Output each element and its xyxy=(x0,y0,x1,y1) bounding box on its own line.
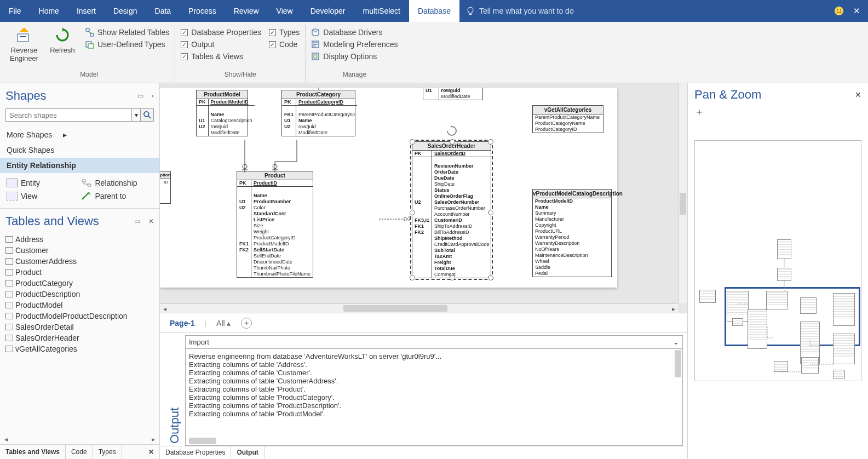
ribbon-group-model: Reverse Engineer Refresh Show Related Ta… xyxy=(3,24,175,83)
lp-tab-code[interactable]: Code xyxy=(66,445,93,459)
menu-tab-developer[interactable]: Developer xyxy=(302,0,354,22)
table-item-vgetallcategories[interactable]: vGetAllCategories xyxy=(0,343,159,354)
output-log[interactable]: Reverse engineering from database 'Adven… xyxy=(185,349,683,446)
tell-me-box[interactable]: Tell me what you want to do xyxy=(459,0,827,22)
user-defined-types-button[interactable]: User-Defined Types xyxy=(85,39,169,49)
table-item-product[interactable]: Product xyxy=(0,267,159,278)
more-shapes-row[interactable]: More Shapes ▸ xyxy=(0,127,159,142)
hscroll-left-icon[interactable]: ◂ xyxy=(160,304,169,313)
table-icon xyxy=(5,291,13,297)
lp-tab-types[interactable]: Types xyxy=(93,445,122,459)
table-icon xyxy=(5,313,13,319)
table-item-customer[interactable]: Customer xyxy=(0,245,159,256)
stencil-parent-to[interactable]: Parent to xyxy=(81,192,153,200)
pages-all[interactable]: All ▴ xyxy=(216,319,231,328)
entity-partial-top[interactable]: U1rowguidModifiedDate xyxy=(423,88,483,100)
menu-tab-file[interactable]: File xyxy=(0,0,30,22)
stencil-entity-relationship[interactable]: Entity Relationship xyxy=(0,158,159,173)
quick-shapes-row[interactable]: Quick Shapes xyxy=(0,142,159,158)
table-item-productcategory[interactable]: ProductCategory xyxy=(0,278,159,289)
canvas-hscroll[interactable]: ◂ ▸ xyxy=(160,303,678,313)
tv-close-icon[interactable]: ✕ xyxy=(148,217,154,225)
entity-salesorderheader[interactable]: SalesOrderHeaderPKSalesOrderID RevisionN… xyxy=(412,141,491,278)
manage-display-options[interactable]: Display Options xyxy=(311,51,398,61)
table-item-productmodel[interactable]: ProductModel xyxy=(0,300,159,311)
table-item-salesorderdetail[interactable]: SalesOrderDetail xyxy=(0,322,159,332)
table-icon xyxy=(5,346,13,352)
toggle-tables-views[interactable]: Tables & Views xyxy=(181,51,261,61)
menu-tab-home[interactable]: Home xyxy=(30,0,68,22)
search-dropdown-icon[interactable]: ▾ xyxy=(132,108,141,122)
entity-vgetallcategories[interactable]: vGetAllCategoriesParentProductCategoryNa… xyxy=(532,105,603,133)
add-page-button[interactable]: ＋ xyxy=(241,318,252,329)
entity-vproductmodelcatalogdescription[interactable]: vProductModelCatalogDescriptionProductMo… xyxy=(532,189,612,277)
lightbulb-icon xyxy=(466,7,475,15)
tv-scroll-right-icon[interactable]: ▸ xyxy=(152,435,155,443)
bottom-tab-output[interactable]: Output xyxy=(231,446,264,459)
lp-tab-tables-and-views[interactable]: Tables and Views xyxy=(0,445,66,459)
search-button[interactable] xyxy=(141,108,154,122)
entity-productmodel[interactable]: ProductModelPKProductModelID NameU1Catal… xyxy=(196,90,248,136)
toggle-output[interactable]: Output xyxy=(181,39,261,49)
pan-zoom-canvas[interactable] xyxy=(694,140,861,381)
table-item-productdescription[interactable]: ProductDescription xyxy=(0,289,159,300)
output-selector[interactable]: Import ⌄ xyxy=(185,335,683,349)
pz-mini-entity xyxy=(777,268,791,281)
shapes-dock-icon[interactable]: ▭ xyxy=(137,92,143,100)
reverse-engineer-button[interactable]: Reverse Engineer xyxy=(9,24,39,68)
pz-mini-entity xyxy=(748,309,767,349)
manage-modeling-preferences[interactable]: Modeling Preferences xyxy=(311,39,398,49)
toggle-database-properties[interactable]: Database Properties xyxy=(181,27,261,37)
manage-database-drivers[interactable]: Database Drivers xyxy=(311,27,398,37)
output-hscroll-thumb[interactable] xyxy=(189,438,216,444)
menu-tab-view[interactable]: View xyxy=(268,0,302,22)
manage-icon xyxy=(311,52,320,61)
tv-scroll-left-icon[interactable]: ◂ xyxy=(4,435,8,443)
menu-tab-review[interactable]: Review xyxy=(225,0,268,22)
lp-close-icon[interactable]: ✕ xyxy=(143,445,159,459)
toggle-types[interactable]: Types xyxy=(269,27,300,37)
menu-tab-data[interactable]: Data xyxy=(146,0,180,22)
menu-tab-process[interactable]: Process xyxy=(180,0,225,22)
reverse-engineer-icon xyxy=(15,26,33,44)
feedback-icon[interactable] xyxy=(835,7,843,15)
svg-point-7 xyxy=(312,29,319,31)
pz-mini-entity xyxy=(801,357,819,374)
table-item-salesorderheader[interactable]: SalesOrderHeader xyxy=(0,332,159,343)
rotate-handle-icon[interactable] xyxy=(445,124,458,137)
refresh-button[interactable]: Refresh xyxy=(47,24,78,68)
menu-tab-multiselect[interactable]: multiSelect xyxy=(354,0,409,22)
ribbon-group-showhide: Database PropertiesOutputTables & Views … xyxy=(175,24,306,83)
table-item-address[interactable]: Address xyxy=(0,234,159,245)
canvas[interactable]: ptionIDProductModelPKProductModelID Name… xyxy=(160,83,687,313)
table-item-productmodelproductdescription[interactable]: ProductModelProductDescription xyxy=(0,311,159,322)
table-icon xyxy=(5,269,13,276)
menu-tab-insert[interactable]: Insert xyxy=(68,0,105,22)
hscroll-right-icon[interactable]: ▸ xyxy=(669,304,678,313)
search-shapes-input[interactable] xyxy=(5,108,132,122)
ribbon: Reverse Engineer Refresh Show Related Ta… xyxy=(0,22,868,83)
drawing-page[interactable]: ptionIDProductModelPKProductModelID Name… xyxy=(160,88,617,288)
tv-dock-icon[interactable]: ▭ xyxy=(134,217,140,225)
close-icon[interactable]: ✕ xyxy=(853,6,860,16)
canvas-vscroll[interactable] xyxy=(678,83,687,303)
stencil-entity[interactable]: Entity xyxy=(7,179,79,187)
entity-product[interactable]: ProductPKProductID NameU1ProductNumberU2… xyxy=(237,171,313,278)
entity-partial-left[interactable]: ptionID xyxy=(160,171,171,204)
pz-mini-entity xyxy=(833,370,845,378)
bottom-tabs: Database PropertiesOutput xyxy=(160,446,687,459)
pan-zoom-close-icon[interactable]: ✕ xyxy=(855,90,861,99)
stencil-view[interactable]: View xyxy=(7,192,79,200)
table-item-customeraddress[interactable]: CustomerAddress xyxy=(0,256,159,267)
output-vscroll-thumb[interactable] xyxy=(675,350,681,377)
pan-zoom-add-icon[interactable]: ＋ xyxy=(694,105,861,118)
bottom-tab-database-properties[interactable]: Database Properties xyxy=(160,446,231,459)
stencil-relationship[interactable]: Relationship xyxy=(81,179,153,187)
page-tab[interactable]: Page-1 xyxy=(170,319,195,328)
toggle-code[interactable]: Code xyxy=(269,39,300,49)
entity-productcategory[interactable]: ProductCategoryPKProductCategoryID FK1Pa… xyxy=(281,90,355,136)
show-related-tables-button[interactable]: Show Related Tables xyxy=(85,27,169,37)
menu-tab-database[interactable]: Database xyxy=(409,0,459,22)
shapes-collapse-icon[interactable]: ‹ xyxy=(152,92,154,100)
menu-tab-design[interactable]: Design xyxy=(105,0,146,22)
